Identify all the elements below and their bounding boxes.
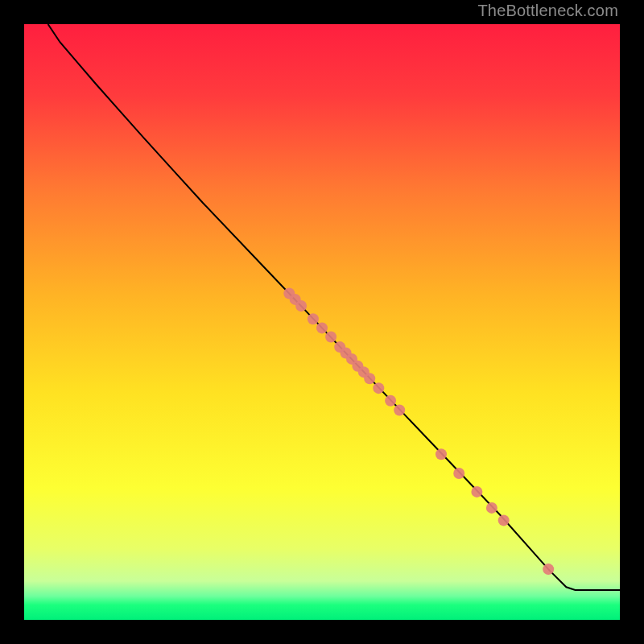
chart-background (24, 24, 620, 620)
data-marker (394, 405, 405, 416)
data-marker (325, 332, 336, 343)
data-marker (543, 564, 554, 575)
data-marker (364, 373, 375, 384)
data-marker (308, 313, 319, 324)
chart-svg (24, 24, 620, 620)
data-marker (316, 322, 328, 333)
chart-frame (24, 24, 620, 620)
data-marker (436, 448, 447, 460)
data-marker (373, 382, 384, 394)
watermark-text: TheBottleneck.com (477, 2, 618, 20)
data-marker (471, 486, 482, 497)
data-marker (486, 502, 497, 514)
data-marker (498, 514, 510, 526)
data-marker (295, 300, 307, 312)
data-marker (385, 395, 396, 407)
data-marker (453, 468, 464, 479)
